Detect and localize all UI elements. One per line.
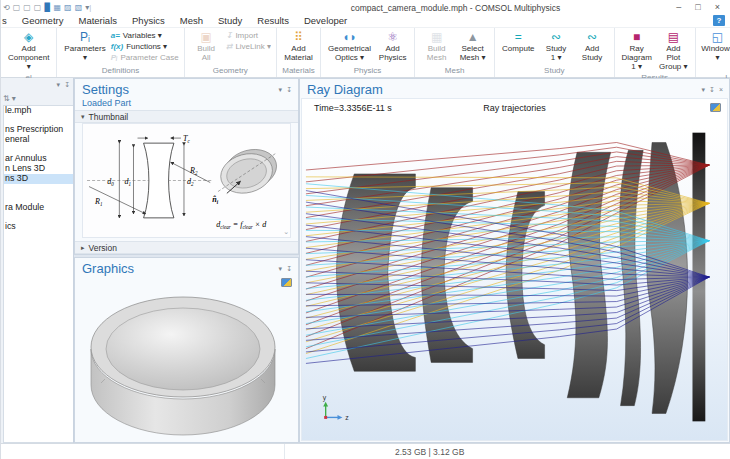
label-d2: d2 [187, 177, 194, 187]
menu-tab-materials[interactable]: Materials [78, 15, 117, 26]
ribbon-button-ray-diagram-1[interactable]: ■RayDiagram 1 ▾ [620, 29, 654, 72]
ribbon-button-livelink[interactable]: ⇄LiveLink ▾ [226, 42, 271, 51]
button-label: Diagram 1 ▾ [622, 53, 652, 71]
ray-plot-area: Time=3.3356E-11 s Ray trajectories [301, 98, 728, 441]
menu-tab-geometry[interactable]: Geometry [22, 15, 64, 26]
view-icon[interactable]: ▧ [75, 3, 83, 12]
label-r1: R1 [94, 197, 102, 207]
ribbon-button-compute[interactable]: =Compute [500, 29, 536, 54]
ribbon-button-parameter-case[interactable]: PᵢParameter Case [111, 53, 179, 62]
snapshot-icon[interactable] [281, 278, 292, 287]
tree-item-ics[interactable]: ics [4, 222, 73, 232]
panel-collapse-icon[interactable]: ▾ [702, 86, 706, 94]
menu-tab-physics[interactable]: Physics [132, 15, 165, 26]
panel-pin-icon[interactable]: ↧ [286, 86, 292, 94]
button-label: Optics ▾ [335, 53, 364, 62]
menu-tab-s[interactable]: s [2, 15, 7, 26]
button-label: Compute [502, 44, 534, 53]
tree-item-ra-module[interactable]: ra Module [4, 203, 73, 213]
minimize-button[interactable]: – [676, 2, 681, 13]
menu-tab-results[interactable]: Results [257, 15, 289, 26]
section-label: Version [89, 243, 117, 253]
ray-diagram-panel: Ray Diagram ▾ ↧ × Time=3.3356E-11 s Ray … [299, 78, 730, 443]
tree-menu-icon[interactable]: ▾ [12, 94, 16, 103]
button-label: Parameter Case [120, 53, 178, 62]
ribbon-button-build-mesh[interactable]: ▦BuildMesh [420, 29, 453, 63]
library-icon[interactable]: ▦ [54, 3, 62, 12]
open-icon[interactable]: ▢ [13, 3, 21, 12]
functions-icon: f(x) [111, 42, 123, 51]
panel-collapse-icon[interactable]: ▾ [279, 265, 283, 273]
button-label: Component ▾ [8, 53, 49, 71]
add-icon: ◈ [24, 30, 33, 44]
build-icon: ▣ [201, 30, 212, 44]
maximize-button[interactable]: □ [695, 2, 700, 13]
menu-tab-developer[interactable]: Developer [304, 15, 347, 26]
ribbon-button-build-all[interactable]: ▣BuildAll [190, 29, 223, 63]
variables-icon: a= [111, 31, 120, 40]
help-button[interactable]: ? [713, 15, 725, 26]
ribbon-group-label: Materials [282, 65, 315, 77]
ribbon-button-variables[interactable]: a=Variables ▾ [111, 31, 179, 40]
panel-pin-icon[interactable]: ↧ [64, 81, 70, 89]
label-normal: n̂i [212, 195, 218, 205]
material-icon[interactable]: ▨ [64, 3, 72, 12]
tree-collapse-icon[interactable]: ⇅ [3, 94, 10, 103]
button-label: Add [585, 44, 599, 53]
add-icon: ⚛ [387, 30, 398, 44]
section-version[interactable]: ▸ Version [75, 241, 298, 254]
ribbon-button-import[interactable]: ↧Import [226, 31, 271, 40]
button-label: Add [22, 44, 36, 53]
panel-pin-icon[interactable]: ↧ [709, 86, 715, 94]
panel-collapse-icon[interactable]: ▾ [57, 81, 61, 89]
window-title: compact_camera_module.mph - COMSOL Multi… [301, 3, 610, 13]
ribbon-button-add-material[interactable]: ⠿AddMaterial [282, 29, 315, 63]
section-thumbnail[interactable]: ▾ Thumbnail [75, 110, 298, 123]
panel-collapse-icon[interactable]: ▾ [279, 86, 283, 94]
ribbon-button-windows[interactable]: ◱Windows▾ [701, 29, 730, 63]
panel-pin-icon[interactable]: ↧ [286, 265, 292, 273]
tree-item-le-mph[interactable]: le.mph [4, 106, 73, 116]
button-label: Windows [701, 44, 730, 53]
middle-column: Settings ▾ ↧ Loaded Part ▾ Thumbnail [74, 78, 299, 443]
paste-icon[interactable]: ▢ [34, 3, 42, 12]
scrollbar-down-icon[interactable]: ⌄ [283, 228, 289, 236]
thumbnail-image: Tc d0 d1 d2 R1 R2 [82, 123, 291, 238]
titlebar: ⟲▢▢▢▉▦▨▧▾ | compact_camera_module.mph - … [1, 0, 730, 14]
panel-close-icon[interactable]: × [719, 86, 723, 94]
ribbon-button-add-physics[interactable]: ⚛AddPhysics [376, 29, 409, 63]
button-label: Build [197, 44, 215, 53]
copy-icon[interactable]: ▢ [23, 3, 31, 12]
ribbon-button-add-study[interactable]: ∾AddStudy [576, 29, 609, 63]
button-label: Group ▾ [659, 62, 687, 71]
undo-icon[interactable]: ⟲ [3, 3, 10, 12]
ribbon-button-geometrical-optics[interactable]: ◖◗GeometricalOptics ▾ [326, 29, 373, 63]
ribbon-button-select-mesh[interactable]: ▲SelectMesh ▾ [456, 29, 489, 63]
button-label: Ray [630, 44, 644, 53]
tree-item[interactable] [4, 184, 73, 194]
ribbon-button-add-component[interactable]: ◈AddComponent ▾ [6, 29, 51, 72]
tree-item-ns-3d[interactable]: ns 3D [4, 174, 73, 184]
button-label: ▾ [716, 53, 720, 62]
status-left-section [1, 444, 285, 459]
chevron-right-icon: ▸ [81, 244, 85, 252]
snapshot-icon[interactable] [710, 103, 721, 112]
button-label: Geometrical [328, 44, 371, 53]
button-label: Material [284, 53, 312, 62]
add-icon: ⠿ [294, 30, 303, 44]
ribbon-button-study-1[interactable]: ∾Study1 ▾ [540, 29, 573, 63]
button-label: Variables ▾ [123, 31, 162, 40]
menu-tab-mesh[interactable]: Mesh [180, 15, 203, 26]
settings-panel: Settings ▾ ↧ Loaded Part ▾ Thumbnail [74, 78, 299, 255]
select-icon: ▲ [467, 30, 479, 44]
lens-3d-preview [210, 143, 285, 200]
menu-tab-study[interactable]: Study [218, 15, 242, 26]
model-icon[interactable]: ▉ [44, 3, 50, 12]
toolbar-divider: | [89, 3, 91, 12]
ribbon-button-parameters[interactable]: PᵢParameters▾ [62, 29, 107, 63]
tree-item-eneral[interactable]: eneral [4, 135, 73, 145]
close-button[interactable]: × [715, 2, 720, 13]
ribbon-button-functions[interactable]: f(x)Functions ▾ [111, 42, 179, 51]
geometrical-icon: ◖◗ [342, 30, 357, 44]
ribbon-button-add-plot-group[interactable]: ▤Add PlotGroup ▾ [657, 29, 690, 72]
